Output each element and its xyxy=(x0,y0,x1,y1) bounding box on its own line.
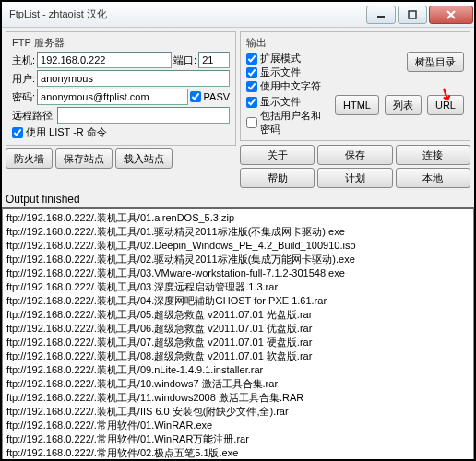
output-line: ftp://192.168.0.222/.装机工具/02.驱动精灵2011标准版… xyxy=(6,253,470,266)
minimize-button[interactable] xyxy=(366,6,396,24)
help-button[interactable]: 帮助 xyxy=(240,168,315,188)
plan-button[interactable]: 计划 xyxy=(317,168,392,188)
output-line: ftp://192.168.0.222/.装机工具/06.超级急救盘 v2011… xyxy=(6,322,470,336)
output-line: ftp://192.168.0.222/.装机工具/09.nLite-1.4.9… xyxy=(6,363,470,377)
user-input[interactable] xyxy=(37,70,230,87)
remote-input[interactable] xyxy=(57,107,230,124)
output-section-title: 输出 xyxy=(246,36,464,50)
port-label: 端口: xyxy=(173,53,196,67)
host-label: 主机: xyxy=(12,53,35,67)
output-line: ftp://192.168.0.222/.装机工具/01.驱动精灵2011标准版… xyxy=(6,225,470,239)
host-input[interactable] xyxy=(37,52,172,68)
output-line: ftp://192.168.0.222/.常用软件/02.极点五笔5.1版.ex… xyxy=(6,446,470,460)
output-line: ftp://192.168.0.222/.常用软件/01.WinRAR.exe xyxy=(6,419,470,432)
ftp-section-title: FTP 服务器 xyxy=(12,36,230,50)
usecn-checkbox[interactable]: 使用中文字符 xyxy=(246,79,401,93)
output-line: ftp://192.168.0.222/.装机工具/01.airenDOS_5.… xyxy=(6,211,470,225)
port-input[interactable] xyxy=(198,52,230,68)
output-line: ftp://192.168.0.222/.装机工具/IIS 6.0 安装包(附缺… xyxy=(6,405,470,419)
close-button[interactable] xyxy=(429,6,473,24)
status-text: Output finished xyxy=(2,192,474,207)
connect-button[interactable]: 连接 xyxy=(396,145,470,165)
output-listing[interactable]: ftp://192.168.0.222/.装机工具/01.airenDOS_5.… xyxy=(2,207,474,461)
extmode-checkbox[interactable]: 扩展模式 xyxy=(246,52,401,65)
svg-rect-1 xyxy=(409,11,416,18)
maximize-button[interactable] xyxy=(398,6,427,24)
pass-input[interactable] xyxy=(37,89,188,105)
html-button[interactable]: HTML xyxy=(335,95,379,115)
treedir-button[interactable]: 树型目录 xyxy=(407,52,464,72)
about-button[interactable]: 关于 xyxy=(240,145,315,165)
output-panel: 输出 扩展模式 显示文件 使用中文字符 树型目录 显示文件 包括用户名和密码 H… xyxy=(240,31,470,141)
pasv-checkbox[interactable]: PASV xyxy=(190,91,231,102)
save-button[interactable]: 保存 xyxy=(317,145,392,165)
window-title: FtpList - zhtaoist 汉化 xyxy=(9,7,365,21)
listr-checkbox[interactable]: 使用 LIST -R 命令 xyxy=(12,125,230,139)
user-label: 用户: xyxy=(12,72,35,86)
output-line: ftp://192.168.0.222/.装机工具/07.超级急救盘 v2011… xyxy=(6,336,470,349)
output-line: ftp://192.168.0.222/.常用软件/01.WinRAR万能注册.… xyxy=(6,432,470,446)
firewall-button[interactable]: 防火墙 xyxy=(6,148,53,169)
output-line: ftp://192.168.0.222/.装机工具/11.windows2008… xyxy=(6,391,470,405)
pass-label: 密码: xyxy=(12,90,35,104)
remote-label: 远程路径: xyxy=(12,109,55,123)
output-line: ftp://192.168.0.222/.装机工具/03.深度远程启动管理器.1… xyxy=(6,280,470,294)
list-button[interactable]: 列表 xyxy=(385,95,422,115)
output-line: ftp://192.168.0.222/.装机工具/10.windows7 激活… xyxy=(6,377,470,391)
loadsite-button[interactable]: 载入站点 xyxy=(115,148,173,169)
ftp-panel: FTP 服务器 主机: 端口: 用户: 密码: PASV 远程路径: 使用 LI… xyxy=(6,31,236,146)
local-button[interactable]: 本地 xyxy=(396,168,470,188)
output-line: ftp://192.168.0.222/.装机工具/04.深度网吧辅助GHOST… xyxy=(6,294,470,308)
output-line: ftp://192.168.0.222/.装机工具/05.超级急救盘 v2011… xyxy=(6,308,470,322)
output-line: ftp://192.168.0.222/.装机工具/08.超级急救盘 v2011… xyxy=(6,349,470,363)
showfile2-checkbox[interactable]: 显示文件 xyxy=(246,95,329,109)
output-line: ftp://192.168.0.222/.装机工具/03.VMware-work… xyxy=(6,266,470,280)
window-titlebar: FtpList - zhtaoist 汉化 xyxy=(2,2,474,28)
output-line: ftp://192.168.0.222/.装机工具/02.Deepin_Wind… xyxy=(6,239,470,253)
showfile-checkbox[interactable]: 显示文件 xyxy=(246,65,401,79)
savesite-button[interactable]: 保存站点 xyxy=(55,148,113,169)
incuserpass-checkbox[interactable]: 包括用户名和密码 xyxy=(246,109,329,136)
